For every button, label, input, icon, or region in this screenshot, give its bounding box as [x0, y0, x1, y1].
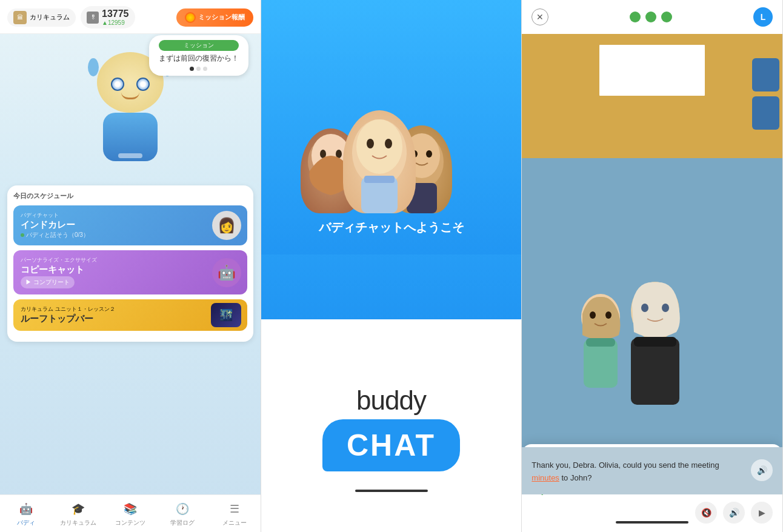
- log-nav-label: 学習ログ: [170, 519, 195, 527]
- mission-reward-button[interactable]: ミッション報酬: [176, 8, 253, 27]
- mission-text: まずは前回の復習から！: [159, 54, 239, 62]
- card-1-sub: バディと話そう（0/3）: [21, 231, 89, 239]
- robot-smile: [121, 92, 139, 99]
- characters-area: バディチャットへようこそ: [261, 0, 522, 254]
- room-chairs: [752, 58, 779, 130]
- card-1-avatar: 👩: [212, 211, 241, 240]
- card-1-dot: [21, 233, 24, 237]
- scene-area: [522, 34, 782, 447]
- chat-text: CHAT: [322, 419, 460, 471]
- robot-torso: [103, 113, 158, 161]
- robot-ear-left: [88, 58, 99, 76]
- nav-item-contents[interactable]: 📚 コンテンツ: [104, 501, 156, 527]
- schedule-section: 今日のスケジュール バディチャット インドカレー バディと話そう（0/3） 👩 …: [7, 185, 253, 342]
- score-icon: 🎖: [87, 12, 99, 24]
- score-delta: ▲12959: [102, 19, 129, 26]
- svg-point-21: [641, 304, 648, 312]
- home-indicator: [355, 490, 428, 492]
- nav-item-menu[interactable]: ☰ メニュー: [208, 501, 261, 527]
- svg-rect-9: [364, 176, 395, 183]
- score-block: 🎖 13775 ▲12959: [81, 6, 135, 28]
- conversation-header: ✕ L: [522, 0, 782, 34]
- robot-eyes: [111, 78, 150, 91]
- curriculum-label: カリキュラム: [30, 13, 70, 22]
- character-man-center: [343, 110, 416, 213]
- panel-buddy-chat-welcome: バディチャットへようこそ buddy CHAT: [261, 0, 522, 532]
- card-3-content: カリキュラム ユニット１・レッスン２ ルーフトップバー: [21, 305, 115, 325]
- nav-item-log[interactable]: 🕐 学習ログ: [156, 501, 208, 527]
- mission-reward-label: ミッション報酬: [198, 13, 245, 22]
- svg-rect-24: [634, 337, 676, 347]
- svg-point-7: [385, 139, 392, 148]
- correction-word: minutes: [531, 473, 559, 482]
- nav-item-buddy[interactable]: 🤖 バディ: [0, 501, 52, 527]
- response-area: Thank you, Debra. Olivia, could you send…: [522, 447, 782, 494]
- log-nav-icon: 🕐: [175, 501, 190, 517]
- bottom-navigation: 🤖 バディ 🎓 カリキュラム 📚 コンテンツ 🕐 学習ログ ☰ メニュー: [0, 494, 261, 532]
- character-older-woman: [619, 278, 691, 411]
- schedule-card-2[interactable]: パーソナライズ・エクササイズ コピーキャット ▶ コンプリート 🤖: [13, 250, 247, 294]
- mission-dot-3: [203, 67, 207, 71]
- card-1-title: インドカレー: [21, 219, 89, 231]
- chair-2: [752, 96, 779, 130]
- schedule-title: 今日のスケジュール: [13, 191, 247, 201]
- home-indicator-p3: [616, 521, 688, 524]
- menu-nav-icon: ☰: [227, 501, 242, 517]
- coin-icon: [185, 12, 196, 23]
- speaker-button[interactable]: 🔊: [723, 502, 745, 524]
- mission-dot-1: [190, 67, 194, 71]
- card-3-thumb: 🌃: [211, 303, 241, 327]
- svg-point-22: [662, 304, 669, 312]
- status-dot-2: [645, 12, 656, 22]
- status-dot-3: [661, 12, 672, 22]
- user-avatar-button[interactable]: L: [753, 7, 773, 27]
- contents-nav-label: コンテンツ: [115, 519, 145, 527]
- card-1-tag: バディチャット: [21, 211, 89, 219]
- panel-japanese-app: 🏛 カリキュラム 🎖 13775 ▲12959 ミッション報酬 ミッション まず…: [0, 0, 261, 532]
- play-button[interactable]: ▶: [751, 502, 773, 524]
- contents-nav-icon: 📚: [122, 501, 138, 517]
- mission-badge: ミッション まずは前回の復習から！: [149, 35, 248, 76]
- whiteboard: [598, 43, 707, 98]
- nav-item-curriculum[interactable]: 🎓 カリキュラム: [52, 501, 104, 527]
- score-numbers: 13775 ▲12959: [102, 8, 129, 26]
- card-2-complete: ▶ コンプリート: [21, 276, 75, 288]
- characters-group: [295, 32, 488, 213]
- close-button[interactable]: ✕: [531, 8, 548, 25]
- card-1-content: バディチャット インドカレー バディと話そう（0/3）: [21, 211, 89, 239]
- card-2-tag: パーソナライズ・エクササイズ: [21, 256, 97, 264]
- mission-label: ミッション: [159, 40, 239, 51]
- curriculum-nav-icon: 🎓: [70, 501, 86, 517]
- status-dots: [556, 12, 746, 22]
- buddy-text: buddy: [356, 385, 426, 416]
- logo-area: buddy CHAT: [261, 350, 522, 532]
- mission-progress-dots: [159, 67, 239, 71]
- card-2-title: コピーキャット: [21, 264, 97, 276]
- curriculum-nav-item[interactable]: 🏛 カリキュラム: [7, 8, 76, 27]
- curriculum-icon: 🏛: [13, 11, 27, 24]
- card-3-title: ルーフトップバー: [21, 313, 115, 325]
- chair-1: [752, 58, 779, 91]
- menu-nav-label: メニュー: [222, 519, 247, 527]
- schedule-card-1[interactable]: バディチャット インドカレー バディと話そう（0/3） 👩: [13, 205, 247, 245]
- svg-rect-19: [586, 338, 615, 347]
- app-header: 🏛 カリキュラム 🎖 13775 ▲12959 ミッション報酬: [0, 0, 261, 34]
- svg-point-17: [605, 311, 611, 319]
- svg-point-6: [367, 139, 374, 148]
- panel-conversation: ✕ L: [522, 0, 783, 532]
- score-value: 13775: [102, 8, 129, 19]
- mute-button[interactable]: 🔇: [695, 502, 717, 524]
- card-2-avatar: 🤖: [212, 258, 241, 287]
- welcome-text: バディチャットへようこそ: [319, 219, 464, 236]
- close-icon: ✕: [536, 12, 544, 22]
- svg-rect-23: [631, 338, 679, 405]
- chat-action-buttons: 🔇 🔊 ▶: [531, 502, 773, 524]
- svg-point-5: [356, 119, 402, 174]
- card-2-content: パーソナライズ・エクササイズ コピーキャット ▶ コンプリート: [21, 256, 97, 288]
- mission-dot-2: [196, 67, 201, 71]
- response-text: Thank you, Debra. Olivia, could you send…: [531, 459, 773, 485]
- buddy-nav-label: バディ: [17, 519, 35, 527]
- avatar-label: L: [761, 12, 766, 22]
- status-dot-1: [630, 12, 641, 22]
- schedule-card-3[interactable]: カリキュラム ユニット１・レッスン２ ルーフトップバー 🌃: [13, 299, 247, 331]
